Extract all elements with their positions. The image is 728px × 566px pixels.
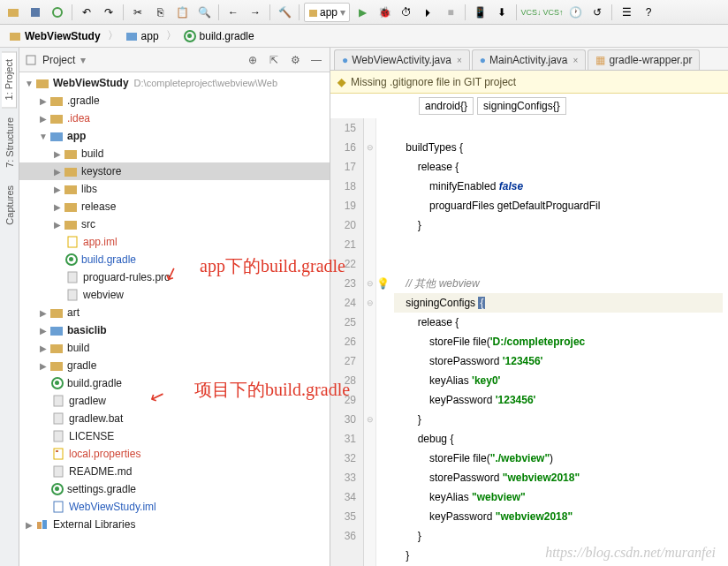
- svg-rect-1: [31, 8, 40, 17]
- tree-art[interactable]: ▶art: [19, 304, 330, 321]
- run-icon[interactable]: ▶: [353, 3, 372, 22]
- gradle-icon: [65, 253, 78, 266]
- vcs-history-icon[interactable]: 🕐: [565, 3, 585, 22]
- collapse-all-icon[interactable]: ⇱: [266, 52, 282, 68]
- paste-icon[interactable]: 📋: [172, 3, 192, 22]
- editor-breadcrumb: android{} signingConfigs{}: [330, 94, 728, 118]
- stop-icon[interactable]: ■: [441, 3, 460, 22]
- svg-rect-7: [36, 79, 49, 88]
- svg-rect-4: [10, 33, 20, 41]
- chevron-right-icon: 〉: [108, 28, 118, 43]
- crumb-signingconfigs[interactable]: signingConfigs{}: [477, 97, 566, 115]
- tree-basiclib[interactable]: ▶basiclib: [19, 321, 330, 339]
- svg-rect-29: [54, 502, 63, 512]
- svg-rect-31: [42, 520, 47, 529]
- run-config-combo[interactable]: app ▾: [304, 3, 350, 22]
- back-icon[interactable]: ←: [224, 3, 243, 22]
- rail-tab-structure[interactable]: 7: Structure: [2, 109, 18, 176]
- svg-rect-11: [64, 150, 77, 159]
- crumb-file[interactable]: build.gradle: [178, 28, 260, 44]
- rail-tab-captures[interactable]: Captures: [2, 177, 18, 233]
- find-icon[interactable]: 🔍: [194, 3, 214, 22]
- tree-readme[interactable]: README.md: [19, 463, 330, 480]
- crumb-root[interactable]: WebViewStudy: [4, 28, 106, 44]
- svg-rect-19: [50, 309, 63, 318]
- crumb-app[interactable]: app: [120, 28, 164, 44]
- tab-gradle-wrapper[interactable]: ▦gradle-wrapper.pr: [588, 49, 700, 70]
- rail-tab-project[interactable]: 1: Project: [2, 51, 17, 108]
- cut-icon[interactable]: ✂: [128, 3, 148, 22]
- scroll-from-source-icon[interactable]: ⊕: [245, 52, 261, 68]
- redo-icon[interactable]: ↷: [99, 3, 118, 22]
- structure-icon[interactable]: ☰: [617, 3, 636, 22]
- sync-icon[interactable]: [48, 3, 67, 22]
- tree-settings-gradle[interactable]: settings.gradle: [19, 480, 330, 498]
- vcs-commit-icon[interactable]: VCS↑: [543, 3, 563, 22]
- save-icon[interactable]: [26, 3, 45, 22]
- fold-gutter[interactable]: ⊖ ⊖ ⊖ ⊖: [364, 118, 376, 566]
- code-editor[interactable]: 15 16 17 18 19 20 21 22 23 24 25 26 27 2…: [330, 118, 728, 566]
- tab-mainactivity[interactable]: ●MainActivity.java×: [472, 49, 587, 70]
- warning-text: Missing .gitignore file in GIT project: [351, 76, 516, 88]
- tree-local-props[interactable]: local.properties: [19, 445, 330, 463]
- revert-icon[interactable]: ↺: [588, 3, 607, 22]
- tree-release[interactable]: ▶release: [19, 198, 330, 215]
- tree-build2[interactable]: ▶build: [19, 339, 330, 357]
- project-tree[interactable]: ▼WebViewStudyD:\completeproject\webview\…: [19, 72, 330, 566]
- warning-bar[interactable]: ◆ Missing .gitignore file in GIT project: [330, 71, 728, 94]
- svg-rect-10: [50, 132, 63, 141]
- svg-rect-18: [68, 290, 77, 300]
- close-icon[interactable]: ×: [457, 56, 462, 65]
- svg-rect-8: [50, 97, 63, 106]
- svg-rect-17: [68, 272, 77, 283]
- forward-icon[interactable]: →: [246, 3, 265, 22]
- code-content[interactable]: buildTypes { release { minifyEnabled fal…: [389, 118, 728, 566]
- tree-keystore[interactable]: ▶keystore: [19, 162, 330, 180]
- tree-gradlew[interactable]: gradlew: [19, 392, 330, 410]
- svg-rect-20: [50, 327, 63, 336]
- hide-icon[interactable]: —: [308, 52, 324, 68]
- close-icon[interactable]: ×: [573, 56, 579, 65]
- open-icon[interactable]: [4, 3, 23, 22]
- tree-root[interactable]: ▼WebViewStudyD:\completeproject\webview\…: [19, 74, 330, 92]
- tree-app-build-gradle[interactable]: build.gradle: [19, 251, 330, 268]
- tree-proguard[interactable]: proguard-rules.pro: [19, 268, 330, 286]
- avd-icon[interactable]: 📱: [470, 3, 489, 22]
- tree-webview[interactable]: webview: [19, 286, 330, 304]
- tree-app-iml[interactable]: app.iml: [19, 233, 330, 251]
- vcs-update-icon[interactable]: VCS↓: [521, 3, 541, 22]
- tree-build[interactable]: ▶build: [19, 145, 330, 162]
- sdk-icon[interactable]: ⬇: [492, 3, 512, 22]
- undo-icon[interactable]: ↶: [77, 3, 96, 22]
- svg-rect-0: [8, 9, 19, 17]
- settings-icon[interactable]: ⚙: [287, 52, 303, 68]
- tree-gradle-dir[interactable]: ▶.gradle: [19, 92, 330, 109]
- tree-webviewstudy-iml[interactable]: WebViewStudy.iml: [19, 498, 330, 516]
- editor-area: ●WebViewActivity.java× ●MainActivity.jav…: [330, 48, 728, 566]
- debug-icon[interactable]: 🐞: [375, 3, 394, 22]
- svg-rect-26: [54, 449, 63, 459]
- panel-title: Project: [42, 54, 75, 66]
- tree-idea-dir[interactable]: ▶.idea: [19, 109, 330, 127]
- tree-external-libs[interactable]: ▶External Libraries: [19, 516, 330, 533]
- tree-license[interactable]: LICENSE: [19, 427, 330, 445]
- tree-gradle2[interactable]: ▶gradle: [19, 357, 330, 374]
- svg-rect-21: [50, 344, 63, 353]
- tab-webviewactivity[interactable]: ●WebViewActivity.java×: [334, 49, 470, 70]
- svg-point-2: [53, 8, 62, 17]
- help-icon[interactable]: ?: [639, 3, 658, 22]
- tree-app[interactable]: ▼app: [19, 127, 330, 145]
- tree-libs[interactable]: ▶libs: [19, 180, 330, 198]
- profile-icon[interactable]: ⏱: [397, 3, 416, 22]
- build-icon[interactable]: 🔨: [275, 3, 294, 22]
- tree-src[interactable]: ▶src: [19, 215, 330, 233]
- crumb-root-label: WebViewStudy: [25, 30, 101, 42]
- gradle-icon: [51, 377, 64, 389]
- copy-icon[interactable]: ⎘: [150, 3, 170, 22]
- crumb-android[interactable]: android{}: [419, 97, 474, 115]
- svg-rect-27: [56, 450, 58, 452]
- attach-icon[interactable]: ⏵: [419, 3, 438, 22]
- svg-rect-5: [126, 33, 137, 41]
- tree-gradlew-bat[interactable]: gradlew.bat: [19, 410, 330, 427]
- tree-root-build-gradle[interactable]: build.gradle: [19, 374, 330, 392]
